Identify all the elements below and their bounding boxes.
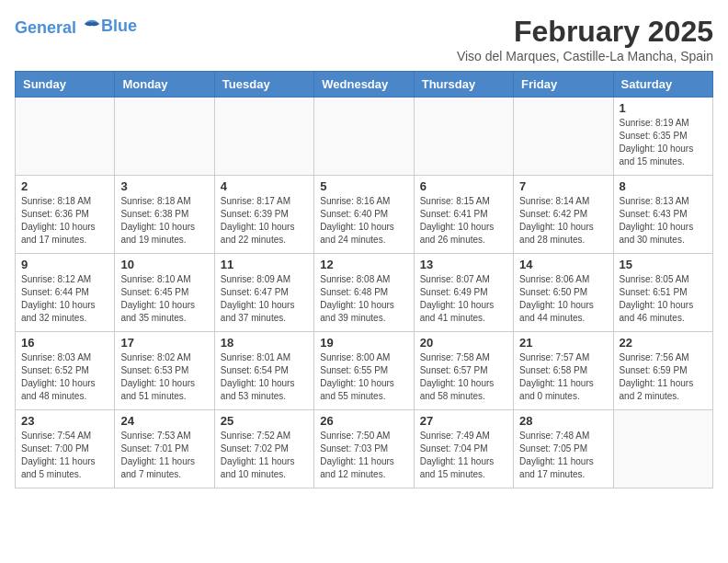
day-info: Sunrise: 7:53 AM Sunset: 7:01 PM Dayligh… xyxy=(120,430,208,481)
location-title: Viso del Marques, Castille-La Mancha, Sp… xyxy=(457,49,713,63)
calendar-day-cell: 3Sunrise: 8:18 AM Sunset: 6:38 PM Daylig… xyxy=(115,176,214,254)
calendar-day-cell: 6Sunrise: 8:15 AM Sunset: 6:41 PM Daylig… xyxy=(414,176,513,254)
day-number: 23 xyxy=(21,414,108,428)
calendar-day-cell: 17Sunrise: 8:02 AM Sunset: 6:53 PM Dayli… xyxy=(115,332,214,410)
calendar-day-header: Saturday xyxy=(613,72,712,98)
logo: General Blue xyxy=(15,15,137,38)
calendar-day-cell xyxy=(414,98,513,176)
calendar-day-header: Friday xyxy=(514,72,613,98)
header: General Blue February 2025 Viso del Marq… xyxy=(15,15,713,63)
calendar-week-row: 2Sunrise: 8:18 AM Sunset: 6:36 PM Daylig… xyxy=(16,176,713,254)
day-number: 22 xyxy=(620,336,707,350)
day-info: Sunrise: 8:14 AM Sunset: 6:42 PM Dayligh… xyxy=(519,195,607,247)
day-number: 21 xyxy=(519,336,607,350)
calendar-day-cell xyxy=(214,98,313,176)
day-number: 3 xyxy=(120,179,208,193)
calendar-day-header: Sunday xyxy=(16,72,115,98)
day-info: Sunrise: 8:09 AM Sunset: 6:47 PM Dayligh… xyxy=(221,273,308,325)
day-number: 18 xyxy=(221,336,308,350)
logo-blue-text: Blue xyxy=(101,17,137,36)
calendar-day-header: Wednesday xyxy=(314,72,414,98)
day-info: Sunrise: 8:05 AM Sunset: 6:51 PM Dayligh… xyxy=(620,273,707,325)
day-info: Sunrise: 7:58 AM Sunset: 6:57 PM Dayligh… xyxy=(420,351,507,403)
calendar-day-cell: 23Sunrise: 7:54 AM Sunset: 7:00 PM Dayli… xyxy=(16,410,115,488)
day-number: 26 xyxy=(320,414,407,428)
day-info: Sunrise: 8:17 AM Sunset: 6:39 PM Dayligh… xyxy=(221,195,308,247)
calendar-body: 1Sunrise: 8:19 AM Sunset: 6:35 PM Daylig… xyxy=(16,98,713,488)
calendar-day-cell: 5Sunrise: 8:16 AM Sunset: 6:40 PM Daylig… xyxy=(314,176,414,254)
day-number: 15 xyxy=(620,258,707,271)
day-number: 19 xyxy=(320,336,407,350)
calendar-day-cell: 19Sunrise: 8:00 AM Sunset: 6:55 PM Dayli… xyxy=(314,332,414,410)
month-title: February 2025 xyxy=(457,15,713,49)
calendar-day-cell: 8Sunrise: 8:13 AM Sunset: 6:43 PM Daylig… xyxy=(613,176,712,254)
calendar-day-header: Monday xyxy=(115,72,214,98)
calendar-day-cell: 25Sunrise: 7:52 AM Sunset: 7:02 PM Dayli… xyxy=(214,410,313,488)
day-number: 16 xyxy=(21,336,108,350)
day-number: 11 xyxy=(221,258,308,271)
day-number: 24 xyxy=(120,414,208,428)
day-info: Sunrise: 8:16 AM Sunset: 6:40 PM Dayligh… xyxy=(320,195,407,247)
calendar-day-cell: 28Sunrise: 7:48 AM Sunset: 7:05 PM Dayli… xyxy=(514,410,613,488)
day-info: Sunrise: 8:02 AM Sunset: 6:53 PM Dayligh… xyxy=(120,351,208,403)
day-number: 1 xyxy=(620,101,707,115)
day-number: 9 xyxy=(21,258,108,271)
calendar-day-cell: 15Sunrise: 8:05 AM Sunset: 6:51 PM Dayli… xyxy=(613,254,712,332)
calendar-day-header: Thursday xyxy=(414,72,513,98)
calendar-day-cell: 7Sunrise: 8:14 AM Sunset: 6:42 PM Daylig… xyxy=(514,176,613,254)
calendar-day-cell: 14Sunrise: 8:06 AM Sunset: 6:50 PM Dayli… xyxy=(514,254,613,332)
calendar-day-cell: 21Sunrise: 7:57 AM Sunset: 6:58 PM Dayli… xyxy=(514,332,613,410)
calendar-day-cell xyxy=(314,98,414,176)
calendar-day-cell xyxy=(115,98,214,176)
calendar-day-cell: 2Sunrise: 8:18 AM Sunset: 6:36 PM Daylig… xyxy=(16,176,115,254)
title-area: February 2025 Viso del Marques, Castille… xyxy=(457,15,713,63)
day-number: 28 xyxy=(519,414,607,428)
day-number: 8 xyxy=(620,179,707,193)
day-info: Sunrise: 8:03 AM Sunset: 6:52 PM Dayligh… xyxy=(21,351,108,403)
day-number: 10 xyxy=(120,258,208,271)
day-number: 12 xyxy=(320,258,407,271)
day-info: Sunrise: 8:07 AM Sunset: 6:49 PM Dayligh… xyxy=(420,273,507,325)
day-info: Sunrise: 7:48 AM Sunset: 7:05 PM Dayligh… xyxy=(519,430,607,481)
calendar-day-cell: 13Sunrise: 8:07 AM Sunset: 6:49 PM Dayli… xyxy=(414,254,513,332)
calendar-day-cell: 24Sunrise: 7:53 AM Sunset: 7:01 PM Dayli… xyxy=(115,410,214,488)
calendar-day-cell: 11Sunrise: 8:09 AM Sunset: 6:47 PM Dayli… xyxy=(214,254,313,332)
day-info: Sunrise: 8:12 AM Sunset: 6:44 PM Dayligh… xyxy=(21,273,108,325)
day-info: Sunrise: 8:00 AM Sunset: 6:55 PM Dayligh… xyxy=(320,351,407,403)
calendar-day-cell: 12Sunrise: 8:08 AM Sunset: 6:48 PM Dayli… xyxy=(314,254,414,332)
day-info: Sunrise: 7:57 AM Sunset: 6:58 PM Dayligh… xyxy=(519,351,607,403)
day-info: Sunrise: 8:15 AM Sunset: 6:41 PM Dayligh… xyxy=(420,195,507,247)
day-info: Sunrise: 7:56 AM Sunset: 6:59 PM Dayligh… xyxy=(620,351,707,403)
calendar-day-cell: 20Sunrise: 7:58 AM Sunset: 6:57 PM Dayli… xyxy=(414,332,513,410)
calendar-day-cell: 26Sunrise: 7:50 AM Sunset: 7:03 PM Dayli… xyxy=(314,410,414,488)
day-number: 7 xyxy=(519,179,607,193)
calendar-day-header: Tuesday xyxy=(214,72,313,98)
day-number: 14 xyxy=(519,258,607,271)
day-number: 27 xyxy=(420,414,507,428)
calendar-week-row: 1Sunrise: 8:19 AM Sunset: 6:35 PM Daylig… xyxy=(16,98,713,176)
day-info: Sunrise: 7:54 AM Sunset: 7:00 PM Dayligh… xyxy=(21,430,108,481)
day-number: 2 xyxy=(21,179,108,193)
day-number: 5 xyxy=(320,179,407,193)
calendar-day-cell: 27Sunrise: 7:49 AM Sunset: 7:04 PM Dayli… xyxy=(414,410,513,488)
calendar-day-cell: 10Sunrise: 8:10 AM Sunset: 6:45 PM Dayli… xyxy=(115,254,214,332)
calendar-day-cell: 1Sunrise: 8:19 AM Sunset: 6:35 PM Daylig… xyxy=(613,98,712,176)
day-info: Sunrise: 8:01 AM Sunset: 6:54 PM Dayligh… xyxy=(221,351,308,403)
calendar: SundayMondayTuesdayWednesdayThursdayFrid… xyxy=(15,71,713,488)
day-number: 13 xyxy=(420,258,507,271)
day-info: Sunrise: 8:18 AM Sunset: 6:36 PM Dayligh… xyxy=(21,195,108,247)
day-number: 25 xyxy=(221,414,308,428)
day-number: 6 xyxy=(420,179,507,193)
day-info: Sunrise: 8:13 AM Sunset: 6:43 PM Dayligh… xyxy=(620,195,707,247)
day-number: 17 xyxy=(120,336,208,350)
day-info: Sunrise: 7:49 AM Sunset: 7:04 PM Dayligh… xyxy=(420,430,507,481)
day-info: Sunrise: 8:06 AM Sunset: 6:50 PM Dayligh… xyxy=(519,273,607,325)
day-info: Sunrise: 8:08 AM Sunset: 6:48 PM Dayligh… xyxy=(320,273,407,325)
calendar-day-cell: 22Sunrise: 7:56 AM Sunset: 6:59 PM Dayli… xyxy=(613,332,712,410)
calendar-day-cell xyxy=(613,410,712,488)
calendar-day-cell: 4Sunrise: 8:17 AM Sunset: 6:39 PM Daylig… xyxy=(214,176,313,254)
day-number: 4 xyxy=(221,179,308,193)
day-info: Sunrise: 8:19 AM Sunset: 6:35 PM Dayligh… xyxy=(620,117,707,168)
calendar-day-cell xyxy=(514,98,613,176)
calendar-week-row: 9Sunrise: 8:12 AM Sunset: 6:44 PM Daylig… xyxy=(16,254,713,332)
